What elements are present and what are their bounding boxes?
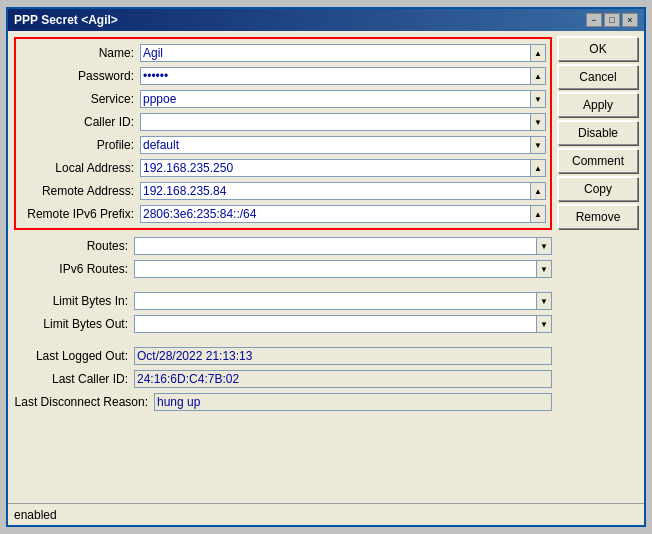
limit-bytes-in-input[interactable] <box>134 292 536 310</box>
profile-row: Profile: ▼ <box>20 135 546 155</box>
name-arrow-btn[interactable]: ▲ <box>530 44 546 62</box>
last-disconnect-label: Last Disconnect Reason: <box>14 395 154 409</box>
service-input[interactable] <box>140 90 530 108</box>
password-label: Password: <box>20 69 140 83</box>
local-address-arrow-btn[interactable]: ▲ <box>530 159 546 177</box>
local-address-input[interactable] <box>140 159 530 177</box>
caller-id-input-group: ▼ <box>140 113 546 131</box>
password-input[interactable] <box>140 67 530 85</box>
limit-bytes-out-dropdown-btn[interactable]: ▼ <box>536 315 552 333</box>
password-input-group: ▲ <box>140 67 546 85</box>
remote-address-input[interactable] <box>140 182 530 200</box>
limit-bytes-in-dropdown-btn[interactable]: ▼ <box>536 292 552 310</box>
comment-button[interactable]: Comment <box>558 149 638 173</box>
profile-label: Profile: <box>20 138 140 152</box>
name-input-group: ▲ <box>140 44 546 62</box>
remote-ipv6-input[interactable] <box>140 205 530 223</box>
profile-dropdown-btn[interactable]: ▼ <box>530 136 546 154</box>
ok-button[interactable]: OK <box>558 37 638 61</box>
main-content: Name: ▲ Password: ▲ Service: <box>8 31 644 503</box>
caller-id-row: Caller ID: ▼ <box>20 112 546 132</box>
limit-bytes-in-row: Limit Bytes In: ▼ <box>14 291 552 311</box>
service-dropdown-btn[interactable]: ▼ <box>530 90 546 108</box>
title-bar-buttons: − □ × <box>586 13 638 27</box>
local-address-label: Local Address: <box>20 161 140 175</box>
local-address-input-group: ▲ <box>140 159 546 177</box>
window-title: PPP Secret <Agil> <box>14 13 118 27</box>
profile-input-group: ▼ <box>140 136 546 154</box>
password-row: Password: ▲ <box>20 66 546 86</box>
limit-bytes-out-input[interactable] <box>134 315 536 333</box>
routes-row: Routes: ▼ <box>14 236 552 256</box>
ipv6-routes-dropdown-btn[interactable]: ▼ <box>536 260 552 278</box>
status-text: enabled <box>14 508 57 522</box>
limit-bytes-in-label: Limit Bytes In: <box>14 294 134 308</box>
close-button[interactable]: × <box>622 13 638 27</box>
ipv6-routes-input-group: ▼ <box>134 260 552 278</box>
disable-button[interactable]: Disable <box>558 121 638 145</box>
form-area: Name: ▲ Password: ▲ Service: <box>14 37 552 497</box>
local-address-row: Local Address: ▲ <box>20 158 546 178</box>
remote-address-row: Remote Address: ▲ <box>20 181 546 201</box>
service-row: Service: ▼ <box>20 89 546 109</box>
limit-bytes-out-label: Limit Bytes Out: <box>14 317 134 331</box>
last-logged-out-input <box>134 347 552 365</box>
remote-address-label: Remote Address: <box>20 184 140 198</box>
limit-bytes-out-input-group: ▼ <box>134 315 552 333</box>
profile-input[interactable] <box>140 136 530 154</box>
status-bar: enabled <box>8 503 644 525</box>
service-label: Service: <box>20 92 140 106</box>
last-caller-id-row: Last Caller ID: <box>14 369 552 389</box>
remote-address-arrow-btn[interactable]: ▲ <box>530 182 546 200</box>
ipv6-routes-row: IPv6 Routes: ▼ <box>14 259 552 279</box>
last-caller-id-label: Last Caller ID: <box>14 372 134 386</box>
routes-input[interactable] <box>134 237 536 255</box>
minimize-button[interactable]: − <box>586 13 602 27</box>
title-bar: PPP Secret <Agil> − □ × <box>8 9 644 31</box>
last-disconnect-input <box>154 393 552 411</box>
main-window: PPP Secret <Agil> − □ × Name: ▲ <box>6 7 646 527</box>
restore-button[interactable]: □ <box>604 13 620 27</box>
last-logged-out-row: Last Logged Out: <box>14 346 552 366</box>
cancel-button[interactable]: Cancel <box>558 65 638 89</box>
routes-dropdown-btn[interactable]: ▼ <box>536 237 552 255</box>
remote-ipv6-input-group: ▲ <box>140 205 546 223</box>
remote-ipv6-arrow-btn[interactable]: ▲ <box>530 205 546 223</box>
caller-id-label: Caller ID: <box>20 115 140 129</box>
name-input[interactable] <box>140 44 530 62</box>
non-highlighted-section: Routes: ▼ IPv6 Routes: ▼ <box>14 236 552 412</box>
button-panel: OK Cancel Apply Disable Comment Copy Rem… <box>558 37 638 497</box>
routes-input-group: ▼ <box>134 237 552 255</box>
apply-button[interactable]: Apply <box>558 93 638 117</box>
last-logged-out-label: Last Logged Out: <box>14 349 134 363</box>
caller-id-dropdown-btn[interactable]: ▼ <box>530 113 546 131</box>
limit-bytes-out-row: Limit Bytes Out: ▼ <box>14 314 552 334</box>
name-row: Name: ▲ <box>20 43 546 63</box>
ipv6-routes-input[interactable] <box>134 260 536 278</box>
copy-button[interactable]: Copy <box>558 177 638 201</box>
caller-id-input[interactable] <box>140 113 530 131</box>
routes-label: Routes: <box>14 239 134 253</box>
password-arrow-btn[interactable]: ▲ <box>530 67 546 85</box>
last-caller-id-input <box>134 370 552 388</box>
name-label: Name: <box>20 46 140 60</box>
remote-ipv6-label: Remote IPv6 Prefix: <box>20 207 140 221</box>
remote-ipv6-row: Remote IPv6 Prefix: ▲ <box>20 204 546 224</box>
ipv6-routes-label: IPv6 Routes: <box>14 262 134 276</box>
last-disconnect-row: Last Disconnect Reason: <box>14 392 552 412</box>
service-input-group: ▼ <box>140 90 546 108</box>
remove-button[interactable]: Remove <box>558 205 638 229</box>
highlighted-section: Name: ▲ Password: ▲ Service: <box>14 37 552 230</box>
limit-bytes-in-input-group: ▼ <box>134 292 552 310</box>
remote-address-input-group: ▲ <box>140 182 546 200</box>
